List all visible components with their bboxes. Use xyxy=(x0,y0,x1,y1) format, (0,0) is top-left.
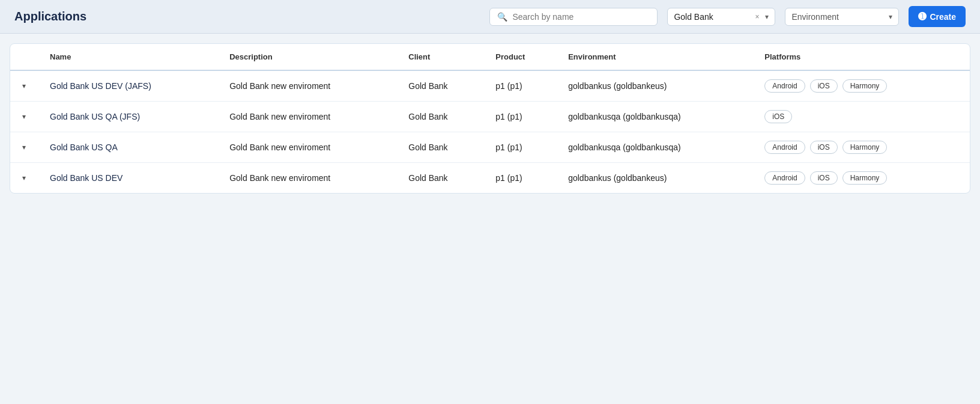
row-name: Gold Bank US DEV xyxy=(40,163,220,194)
row-product: p1 (p1) xyxy=(486,132,558,163)
header: Applications 🔍 Gold Bank × ▾ Environment… xyxy=(0,0,980,34)
row-description: Gold Bank new enviroment xyxy=(220,102,399,132)
page: Applications 🔍 Gold Bank × ▾ Environment… xyxy=(0,0,980,404)
search-input[interactable] xyxy=(512,12,650,22)
platform-badge: Harmony xyxy=(842,141,888,154)
page-title: Applications xyxy=(14,10,86,23)
col-environment: Environment xyxy=(558,44,755,70)
environment-filter-box[interactable]: Environment ▾ xyxy=(785,8,899,26)
client-filter-value: Gold Bank xyxy=(674,12,749,22)
col-client: Client xyxy=(399,44,486,70)
platform-badge: Harmony xyxy=(842,79,888,93)
table-row: ▾Gold Bank US QA (JFS)Gold Bank new envi… xyxy=(10,102,970,132)
row-client: Gold Bank xyxy=(399,163,486,194)
row-platforms: iOS xyxy=(755,102,970,132)
create-button[interactable]: ➊ Create xyxy=(909,6,966,27)
col-product: Product xyxy=(486,44,558,70)
platform-badge: Android xyxy=(764,141,805,154)
client-filter-clear[interactable]: × xyxy=(754,13,760,21)
row-name: Gold Bank US DEV (JAFS) xyxy=(40,70,220,102)
row-product: p1 (p1) xyxy=(486,70,558,102)
row-description: Gold Bank new enviroment xyxy=(220,163,399,194)
row-expand-cell: ▾ xyxy=(10,70,40,102)
table-row: ▾Gold Bank US DEV (JAFS)Gold Bank new en… xyxy=(10,70,970,102)
row-expand-button[interactable]: ▾ xyxy=(20,171,28,185)
row-client: Gold Bank xyxy=(399,132,486,163)
client-filter-box[interactable]: Gold Bank × ▾ xyxy=(667,8,775,26)
platform-badge: iOS xyxy=(810,79,838,93)
platform-badge: iOS xyxy=(810,141,838,154)
platform-badge: iOS xyxy=(764,110,792,123)
row-name: Gold Bank US QA xyxy=(40,132,220,163)
col-expand xyxy=(10,44,40,70)
row-platforms: AndroidiOSHarmony xyxy=(755,163,970,194)
row-platforms: AndroidiOSHarmony xyxy=(755,70,970,102)
col-platforms: Platforms xyxy=(755,44,970,70)
row-product: p1 (p1) xyxy=(486,163,558,194)
row-expand-cell: ▾ xyxy=(10,132,40,163)
environment-filter-value: Environment xyxy=(791,12,884,22)
row-environment: goldbankus (goldbankeus) xyxy=(558,70,755,102)
environment-filter-chevron-icon: ▾ xyxy=(889,13,892,21)
row-expand-cell: ▾ xyxy=(10,102,40,132)
row-environment: goldbankus (goldbankeus) xyxy=(558,163,755,194)
platform-badge: Android xyxy=(764,171,805,185)
row-expand-button[interactable]: ▾ xyxy=(20,79,28,93)
table-header-row: Name Description Client Product Environm… xyxy=(10,44,970,70)
applications-table-container: Name Description Client Product Environm… xyxy=(10,43,970,194)
search-icon: 🔍 xyxy=(497,12,507,22)
row-client: Gold Bank xyxy=(399,102,486,132)
table-row: ▾Gold Bank US QAGold Bank new enviroment… xyxy=(10,132,970,163)
row-environment: goldbankusqa (goldbankusqa) xyxy=(558,102,755,132)
row-expand-cell: ▾ xyxy=(10,163,40,194)
row-product: p1 (p1) xyxy=(486,102,558,132)
row-name: Gold Bank US QA (JFS) xyxy=(40,102,220,132)
col-name: Name xyxy=(40,44,220,70)
row-expand-button[interactable]: ▾ xyxy=(20,110,28,123)
row-platforms: AndroidiOSHarmony xyxy=(755,132,970,163)
platform-badge: Harmony xyxy=(842,171,888,185)
create-button-label: Create xyxy=(930,12,956,22)
search-box: 🔍 xyxy=(489,8,658,26)
platform-badge: Android xyxy=(764,79,805,93)
col-description: Description xyxy=(220,44,399,70)
row-client: Gold Bank xyxy=(399,70,486,102)
row-expand-button[interactable]: ▾ xyxy=(20,141,28,154)
table-row: ▾Gold Bank US DEVGold Bank new enviromen… xyxy=(10,163,970,194)
create-plus-icon: ➊ xyxy=(918,11,926,22)
client-filter-chevron-icon: ▾ xyxy=(765,13,769,21)
row-environment: goldbankusqa (goldbankusqa) xyxy=(558,132,755,163)
platform-badge: iOS xyxy=(810,171,838,185)
row-description: Gold Bank new enviroment xyxy=(220,70,399,102)
applications-table: Name Description Client Product Environm… xyxy=(10,44,970,193)
row-description: Gold Bank new enviroment xyxy=(220,132,399,163)
